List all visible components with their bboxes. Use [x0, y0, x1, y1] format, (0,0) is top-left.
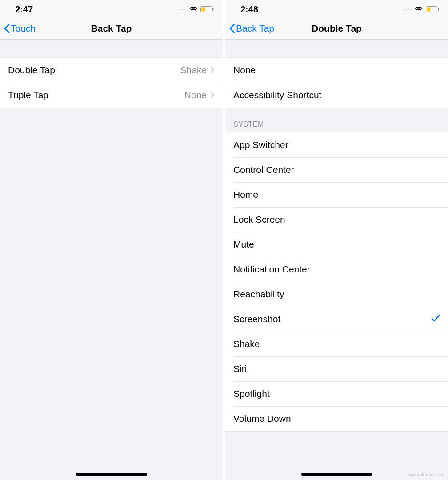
- back-label: Touch: [11, 23, 36, 34]
- row-label: Control Center: [233, 164, 440, 175]
- watermark: www.deuaq.com: [409, 472, 444, 477]
- action-row[interactable]: Control Center: [225, 157, 448, 182]
- status-right: ····: [404, 4, 439, 15]
- row-double-tap[interactable]: Double Tap Shake: [0, 58, 223, 83]
- status-time: 2:48: [240, 4, 258, 15]
- svg-rect-1: [202, 8, 205, 12]
- row-label: Reachability: [233, 289, 440, 300]
- back-button[interactable]: Back Tap: [229, 23, 274, 34]
- section-header-system: System: [225, 108, 448, 132]
- cellular-dots-icon: ····: [404, 7, 412, 13]
- wifi-icon: [414, 4, 423, 15]
- status-time: 2:47: [15, 4, 33, 15]
- phone-double-tap: 2:48 ···· Back Tap Double Tap NoneAccess…: [225, 0, 448, 480]
- home-indicator[interactable]: [301, 473, 372, 476]
- back-button[interactable]: Touch: [4, 23, 36, 34]
- chevron-right-icon: [210, 65, 215, 76]
- row-triple-tap[interactable]: Triple Tap None: [0, 83, 223, 108]
- svg-rect-5: [438, 8, 439, 11]
- phone-back-tap: 2:47 ···· Touch Back Tap Double Tap Shak…: [0, 0, 223, 480]
- navigation-bar: Touch Back Tap: [0, 17, 223, 40]
- action-row[interactable]: Screenshot: [225, 307, 448, 332]
- row-value: None: [184, 90, 207, 100]
- row-label: Accessibility Shortcut: [233, 90, 440, 100]
- row-label: Siri: [233, 364, 440, 374]
- row-label: Double Tap: [8, 65, 180, 76]
- settings-group: Double Tap Shake Triple Tap None: [0, 57, 223, 108]
- content-area: Double Tap Shake Triple Tap None: [0, 40, 223, 480]
- row-label: Home: [233, 189, 440, 200]
- status-right: ····: [179, 4, 214, 15]
- action-row[interactable]: Volume Down: [225, 406, 448, 431]
- wifi-icon: [189, 4, 198, 15]
- status-bar: 2:47 ····: [0, 0, 223, 17]
- row-label: Lock Screen: [233, 214, 440, 225]
- back-label: Back Tap: [236, 23, 274, 34]
- row-label: Screenshot: [233, 314, 431, 324]
- action-row[interactable]: Reachability: [225, 282, 448, 307]
- action-row[interactable]: None: [225, 58, 448, 83]
- action-row[interactable]: Notification Center: [225, 257, 448, 282]
- action-row[interactable]: Shake: [225, 332, 448, 356]
- home-indicator[interactable]: [76, 473, 147, 476]
- action-row[interactable]: Accessibility Shortcut: [225, 83, 448, 108]
- actions-group-top: NoneAccessibility Shortcut: [225, 57, 448, 108]
- svg-rect-4: [427, 8, 431, 12]
- row-label: Shake: [233, 339, 440, 349]
- battery-icon: [200, 4, 214, 15]
- row-label: None: [233, 65, 440, 76]
- content-area: NoneAccessibility Shortcut System App Sw…: [225, 40, 448, 480]
- row-value: Shake: [180, 65, 207, 76]
- actions-group-system: App SwitcherControl CenterHomeLock Scree…: [225, 132, 448, 432]
- action-row[interactable]: Lock Screen: [225, 207, 448, 232]
- chevron-left-icon: [229, 24, 235, 33]
- action-row[interactable]: App Switcher: [225, 132, 448, 157]
- navigation-bar: Back Tap Double Tap: [225, 17, 448, 40]
- row-label: Spotlight: [233, 388, 440, 399]
- row-label: Mute: [233, 239, 440, 250]
- status-bar: 2:48 ····: [225, 0, 448, 17]
- row-label: App Switcher: [233, 140, 440, 150]
- chevron-left-icon: [4, 24, 10, 33]
- action-row[interactable]: Spotlight: [225, 381, 448, 406]
- row-label: Volume Down: [233, 413, 440, 424]
- row-label: Triple Tap: [8, 90, 184, 100]
- cellular-dots-icon: ····: [179, 7, 186, 13]
- action-row[interactable]: Siri: [225, 356, 448, 381]
- action-row[interactable]: Home: [225, 182, 448, 207]
- chevron-right-icon: [210, 90, 215, 100]
- battery-icon: [426, 4, 439, 15]
- checkmark-icon: [431, 314, 440, 324]
- action-row[interactable]: Mute: [225, 232, 448, 257]
- svg-rect-2: [212, 8, 214, 11]
- row-label: Notification Center: [233, 264, 440, 275]
